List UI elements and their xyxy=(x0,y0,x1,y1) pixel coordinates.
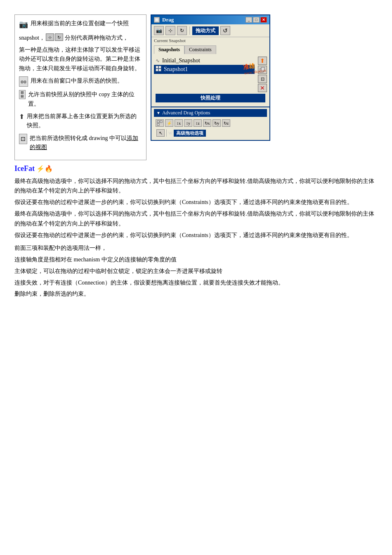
maximize-button[interactable]: □ xyxy=(253,17,260,23)
body-para-3: 最终在高级拖动选项中，你可以选择不同的拖动方式，其中包括三个坐标方向的平移和旋转… xyxy=(14,209,378,229)
left-explanation-panel: 📷 用来根据当前的主体位置创建一个快照 snapshot， ⊹ ↻ 分别代表两种… xyxy=(14,14,146,160)
svg-rect-1 xyxy=(159,66,161,68)
dialog-title: Drag xyxy=(162,17,174,23)
drag-mode-icons: ⊹ ↻ xyxy=(46,33,63,41)
adv-btn-6[interactable]: ↻x xyxy=(203,119,211,127)
advanced-label-row: ↖ W 高级拖动选项 xyxy=(154,128,267,138)
snapshots-content: ∿ Initial_Snapshot Snapshot1 xyxy=(154,57,267,92)
toolbar-redo[interactable]: ↺ xyxy=(220,26,230,35)
tab-constraints[interactable]: Constraints xyxy=(184,45,216,54)
row-show-snapshot: oo 用来在当前窗口中显示所选的快照。 xyxy=(19,76,142,87)
adv-separator xyxy=(166,129,167,137)
body-para-5: 前面三项和装配中的选项用法一样， xyxy=(14,243,378,253)
svg-rect-2 xyxy=(156,69,158,71)
advanced-toolbar: ⚡ ↕x ↕y ↕z ↻x ↻y ↻z xyxy=(154,119,267,128)
adv-cursor-btn[interactable]: ↖ xyxy=(156,129,165,137)
dialog-toolbar: 📷 ⊹ ↻ 拖动方式 ↺ xyxy=(151,24,269,37)
snapshot-action-label: 快照处理 xyxy=(156,94,265,102)
action-copy-btn[interactable] xyxy=(258,66,267,74)
close-button[interactable]: ✕ xyxy=(260,17,267,23)
titlebar-app-icon: ⊞ xyxy=(154,17,160,23)
action-update-btn[interactable]: ⬆ xyxy=(258,57,267,65)
advanced-drag-section: ▼ Advanced Drag Options ⚡ ↕x ↕y ↕z ↻x ↻y xyxy=(151,107,269,140)
adv-w-label: W xyxy=(168,131,172,135)
adv-btn-3[interactable]: ↕x xyxy=(175,119,183,127)
drag-desc-text: 第一种是点拖动，这样主体除了可以发生平移运动外还可以发生自身的旋转运动。第二种是… xyxy=(19,45,142,73)
svg-rect-6 xyxy=(157,121,159,123)
snapshot-suffix-text: 分别代表两种拖动方式， xyxy=(65,33,128,42)
advanced-drag-label: Advanced Drag Options xyxy=(162,110,210,116)
adv-btn-4[interactable]: ↕y xyxy=(184,119,192,127)
collapse-triangle-icon[interactable]: ▼ xyxy=(156,111,161,115)
advanced-drag-header: ▼ Advanced Drag Options xyxy=(154,109,267,117)
initial-snapshot-label: Initial_Snapshot xyxy=(162,57,200,64)
row-drag-desc: 第一种是点拖动，这样主体除了可以发生平移运动外还可以发生自身的旋转运动。第二种是… xyxy=(19,45,142,73)
body-para-2: 假设还要在拖动的过程中进展进一步的约束，你可以切换到约束（Constraints… xyxy=(14,197,378,207)
snapshot-list-area: ∿ Initial_Snapshot Snapshot1 xyxy=(154,57,255,92)
main-content-area: 📷 用来根据当前的主体位置创建一个快照 snapshot， ⊹ ↻ 分别代表两种… xyxy=(14,14,378,160)
toolbar-drag-label: 拖动方式 xyxy=(192,26,219,35)
row-create-snapshot: 📷 用来根据当前的主体位置创建一个快照 xyxy=(19,19,142,30)
dialog-tabs: Snapshots Constraints xyxy=(151,44,269,54)
adv-btn-7[interactable]: ↻y xyxy=(213,119,221,127)
body-para-1: 最终在高级拖动选项中，你可以选择不同的拖动方式，其中包括三个坐标方向的平移和旋转… xyxy=(14,176,378,196)
adv-btn-2[interactable]: ⚡ xyxy=(165,119,173,127)
adv-btn-8[interactable]: ↻z xyxy=(222,119,230,127)
adv-btn-5[interactable]: ↕z xyxy=(194,119,202,127)
toolbar-drag-mode-2[interactable]: ↻ xyxy=(177,26,187,35)
copy-icon: ⊞⊞ xyxy=(19,90,26,99)
snapshot1-label: Snapshot1 xyxy=(164,66,188,73)
snapshot-grid-icon xyxy=(156,66,161,73)
row-copy-snapshot: ⊞⊞ 允许当前快照从别的快照中 copy 主体的位置。 xyxy=(19,90,142,109)
titlebar-title-area: ⊞ Drag xyxy=(154,17,174,23)
copy-snapshot-text: 允许当前快照从别的快照中 copy 主体的位置。 xyxy=(28,90,142,109)
snapshot-prefix-text: snapshot， xyxy=(19,33,45,42)
body-text-area-2: 前面三项和装配中的选项用法一样， 连接轴角度是指相对在 mechanism 中定… xyxy=(14,243,378,299)
svg-rect-8 xyxy=(157,123,159,126)
svg-rect-3 xyxy=(159,69,161,71)
advanced-label-text: 高级拖动选项 xyxy=(174,130,206,137)
action-delete-btn[interactable]: ✕ xyxy=(258,84,267,92)
logo-text: IceFat xyxy=(14,164,35,173)
drawing-text: 把当前所选快照转化成 drawing 中可以添加的视图 xyxy=(30,134,142,152)
drag-dialog: ⊞ Drag _ □ ✕ 📷 ⊹ ↻ 拖动方式 ↺ xyxy=(151,14,270,141)
body-para-9: 删除约束，删除所选的约束。 xyxy=(14,289,378,299)
add-view-link[interactable]: 添加的视图 xyxy=(30,135,138,150)
titlebar-controls: _ □ ✕ xyxy=(246,17,267,23)
svg-rect-0 xyxy=(156,66,158,68)
tab-snapshots[interactable]: Snapshots xyxy=(154,45,184,54)
snapshot-action-buttons: ⬆ ⊡ ✕ xyxy=(256,57,267,92)
svg-rect-5 xyxy=(261,67,264,71)
toolbar-drag-mode-1[interactable]: ⊹ xyxy=(165,26,175,35)
snapshot-item-initial[interactable]: ∿ Initial_Snapshot xyxy=(154,57,255,65)
snapshot-curve-icon: ∿ xyxy=(156,58,160,64)
row-drawing-view: ⊡ 把当前所选快照转化成 drawing 中可以添加的视图 xyxy=(19,134,142,152)
dialog-content-area: ∿ Initial_Snapshot Snapshot1 xyxy=(151,54,269,107)
body-para-7: 主体锁定，可以在拖动的过程中临时创立锁定，锁定的主体会一齐进展平移或旋转 xyxy=(14,266,378,276)
body-para-6: 连接轴角度是指相对在 mechanism 中定义的连接轴的零角度的值 xyxy=(14,255,378,265)
drawing-icon: ⊡ xyxy=(19,134,27,144)
snapshot-item-1[interactable]: Snapshot1 xyxy=(154,65,255,74)
minimize-button[interactable]: _ xyxy=(246,17,252,23)
camera-icon: 📷 xyxy=(19,19,28,30)
update-snapshot-text: 用来把当前屏幕上各主体位置更新为所选的快照。 xyxy=(27,112,142,130)
row-snapshot-types: snapshot， ⊹ ↻ 分别代表两种拖动方式， xyxy=(19,33,142,42)
right-dialog-area: ⊞ Drag _ □ ✕ 📷 ⊹ ↻ 拖动方式 ↺ xyxy=(151,14,378,160)
logo-bar: IceFat ⚡🔥 xyxy=(14,164,378,173)
action-view-btn[interactable]: ⊡ xyxy=(258,75,267,83)
row-update-snapshot: ⬆ 用来把当前屏幕上各主体位置更新为所选的快照。 xyxy=(19,112,142,130)
drag-icon-2: ↻ xyxy=(55,33,63,41)
body-text-area: 最终在高级拖动选项中，你可以选择不同的拖动方式，其中包括三个坐标方向的平移和旋转… xyxy=(14,176,378,240)
update-icon: ⬆ xyxy=(19,112,24,122)
logo-icons: ⚡🔥 xyxy=(36,165,53,173)
current-snapshot-label: Current Snapshot xyxy=(151,37,269,44)
body-para-8: 连接失效，对于有连接（Connection）的主体，假设要想拖离连接轴位置，就要… xyxy=(14,278,378,288)
show-snapshot-text: 用来在当前窗口中显示所选的快照。 xyxy=(31,76,123,85)
toolbar-snapshot-create[interactable]: 📷 xyxy=(154,26,164,35)
eye-icon: oo xyxy=(19,76,28,87)
adv-btn-1[interactable] xyxy=(156,119,164,127)
svg-rect-7 xyxy=(160,121,162,123)
drag-icon-1: ⊹ xyxy=(46,33,54,41)
dialog-titlebar: ⊞ Drag _ □ ✕ xyxy=(151,15,269,24)
toolbar-separator-1 xyxy=(189,26,190,35)
